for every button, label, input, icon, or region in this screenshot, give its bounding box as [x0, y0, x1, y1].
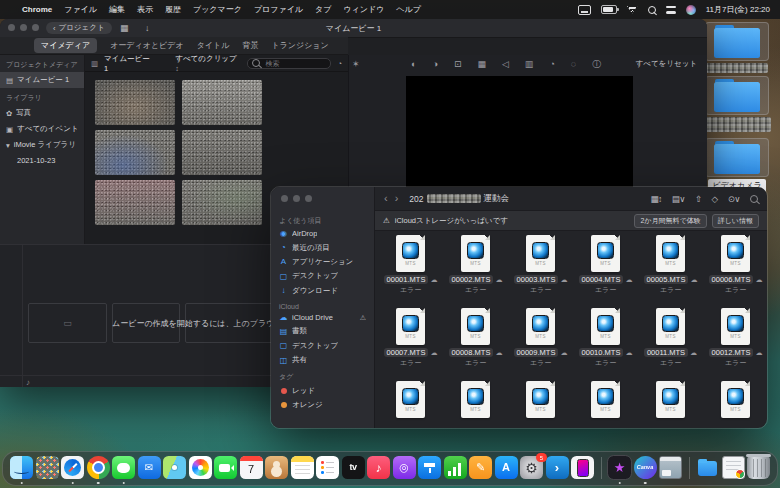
menubar-item[interactable]: 履歴: [165, 4, 181, 15]
finder-sidebar-item[interactable]: ▤書類: [271, 324, 374, 338]
finder-sidebar-item[interactable]: ◔最近の項目: [271, 240, 374, 254]
dock-item-facetime[interactable]: [214, 456, 237, 479]
dock-item-winthumb2[interactable]: [722, 456, 745, 479]
dock-item-appstore[interactable]: A: [495, 456, 518, 479]
imovie-tab[interactable]: オーディオとビデオ: [110, 40, 184, 51]
dock-item-podcasts[interactable]: ◎: [393, 456, 416, 479]
more-options-icon[interactable]: ⊙∨: [728, 194, 740, 204]
menubar-item[interactable]: プロファイル: [254, 4, 303, 15]
finder-sidebar-item[interactable]: レッド: [271, 383, 374, 397]
imovie-tab[interactable]: マイメディア: [34, 38, 97, 53]
file-item[interactable]: MTS00001.MTS☁エラー: [378, 235, 443, 295]
dock-item-maps[interactable]: [163, 456, 186, 479]
zoom-button[interactable]: [305, 195, 312, 202]
finder-sidebar-item[interactable]: ↓ダウンロード: [271, 284, 374, 298]
battery-icon[interactable]: [601, 5, 617, 14]
view-options-icon[interactable]: ▦↕: [650, 194, 661, 204]
file-item[interactable]: MTS00004.MTS☁エラー: [573, 235, 638, 295]
dock-item-finder[interactable]: [10, 456, 33, 479]
timeline-placeholder-box[interactable]: ▭: [28, 303, 107, 343]
file-item[interactable]: MTS00009.MTS☁エラー: [508, 308, 573, 368]
imovie-sidebar-item[interactable]: ▤マイムービー 1: [0, 72, 84, 88]
file-item[interactable]: MTS: [508, 381, 573, 418]
color-balance-icon[interactable]: ◐: [411, 60, 416, 69]
dock-item-keynote[interactable]: [418, 456, 441, 479]
dock-item-chrome[interactable]: [87, 456, 110, 479]
media-search-field[interactable]: [247, 58, 331, 69]
screen-mirroring-icon[interactable]: [578, 5, 591, 15]
dock-item-photos[interactable]: [189, 456, 212, 479]
file-item[interactable]: MTS00002.MTS☁エラー: [443, 235, 508, 295]
tag-icon[interactable]: ◇: [712, 194, 718, 204]
spotlight-icon[interactable]: [648, 6, 656, 14]
file-item[interactable]: MTS: [573, 381, 638, 418]
finder-sidebar-item[interactable]: ☁iCloud Drive⚠: [271, 311, 374, 324]
finder-sidebar-item[interactable]: ◫共有: [271, 353, 374, 367]
finder-sidebar-item[interactable]: ▢デスクトップ: [271, 269, 374, 283]
forward-button[interactable]: ›: [395, 193, 399, 204]
menubar-item[interactable]: ウィンドウ: [343, 4, 384, 15]
dock-item-tv[interactable]: tv: [342, 456, 365, 479]
menubar-item[interactable]: Chrome: [22, 5, 52, 14]
desktop-folder[interactable]: [698, 76, 776, 132]
dock-item-notes[interactable]: [291, 456, 314, 479]
reset-all-button[interactable]: すべてをリセット: [636, 59, 697, 69]
file-item[interactable]: MTS00012.MTS☁エラー: [703, 308, 767, 368]
minimize-button[interactable]: [293, 195, 300, 202]
file-item[interactable]: MTS00007.MTS☁エラー: [378, 308, 443, 368]
siri-icon[interactable]: [686, 5, 696, 15]
clip-duration-icon[interactable]: ◔: [337, 59, 342, 68]
dock-item-winthumb1[interactable]: [659, 456, 682, 479]
color-correction-icon[interactable]: ◑: [432, 60, 437, 69]
imovie-tab[interactable]: 背景: [242, 40, 258, 51]
learn-more-button[interactable]: 詳しい情報: [712, 214, 759, 228]
dock-item-canva[interactable]: Canva: [634, 456, 657, 479]
trial-button[interactable]: 2か月間無料で体験: [634, 214, 706, 228]
wifi-icon[interactable]: [627, 6, 638, 14]
dock-item-settings[interactable]: ⚙5: [520, 456, 543, 479]
file-item[interactable]: MTS00005.MTS☁エラー: [638, 235, 703, 295]
dock-item-messages[interactable]: [112, 456, 135, 479]
close-button[interactable]: [281, 195, 288, 202]
file-item[interactable]: MTS: [638, 381, 703, 418]
stabilization-icon[interactable]: ▦: [477, 60, 486, 69]
crop-icon[interactable]: ⊡: [454, 60, 462, 69]
menubar-item[interactable]: 編集: [109, 4, 125, 15]
imovie-tab[interactable]: トランジション: [271, 40, 328, 51]
finder-sidebar-item[interactable]: ▢デスクトップ: [271, 339, 374, 353]
sidebar-toggle-icon[interactable]: ▥: [91, 59, 98, 68]
dock-item-mail[interactable]: ✉: [138, 456, 161, 479]
dock-item-trash[interactable]: [747, 456, 770, 479]
media-clip-thumbnail[interactable]: [95, 130, 175, 175]
clip-filter-dropdown[interactable]: すべてのクリップ ↕: [175, 55, 241, 73]
menubar-item[interactable]: ブックマーク: [193, 4, 242, 15]
finder-sidebar-item[interactable]: Aアプリケーション: [271, 255, 374, 269]
control-center-icon[interactable]: [666, 6, 676, 14]
menu-bar-clock[interactable]: 11月7日(金) 22:20: [706, 4, 770, 15]
menubar-item[interactable]: 表示: [137, 4, 153, 15]
finder-sidebar-item[interactable]: ◉AirDrop: [271, 227, 374, 240]
info-icon[interactable]: ⓘ: [592, 60, 601, 69]
file-item[interactable]: MTS00010.MTS☁エラー: [573, 308, 638, 368]
file-item[interactable]: MTS: [378, 381, 443, 418]
media-clip-thumbnail[interactable]: [95, 80, 175, 125]
media-clip-thumbnail[interactable]: [182, 180, 262, 225]
menubar-item[interactable]: ファイル: [64, 4, 97, 15]
dock-item-vscode[interactable]: ›: [546, 456, 569, 479]
imovie-sidebar-item[interactable]: ▣すべてのイベント: [0, 121, 84, 137]
imovie-tab[interactable]: タイトル: [197, 40, 230, 51]
dock-item-numbers[interactable]: [444, 456, 467, 479]
speed-icon[interactable]: ◔: [549, 60, 554, 69]
dock-item-iphone[interactable]: [571, 456, 594, 479]
dock-item-imovie[interactable]: ★: [608, 456, 631, 479]
imovie-sidebar-item[interactable]: ✿写真: [0, 105, 84, 121]
noise-reduction-icon[interactable]: ▥: [525, 60, 534, 69]
dock-item-launchpad[interactable]: [36, 456, 59, 479]
dock-item-dockfolder[interactable]: [696, 456, 719, 479]
desktop-folder[interactable]: [698, 22, 776, 73]
list-view-icon[interactable]: ▤∨: [672, 194, 685, 204]
imovie-sidebar-item[interactable]: ▾iMovie ライブラリ: [0, 137, 84, 153]
file-item[interactable]: MTS00003.MTS☁エラー: [508, 235, 573, 295]
share-icon[interactable]: ⇧: [695, 194, 702, 204]
file-item[interactable]: MTS00008.MTS☁エラー: [443, 308, 508, 368]
